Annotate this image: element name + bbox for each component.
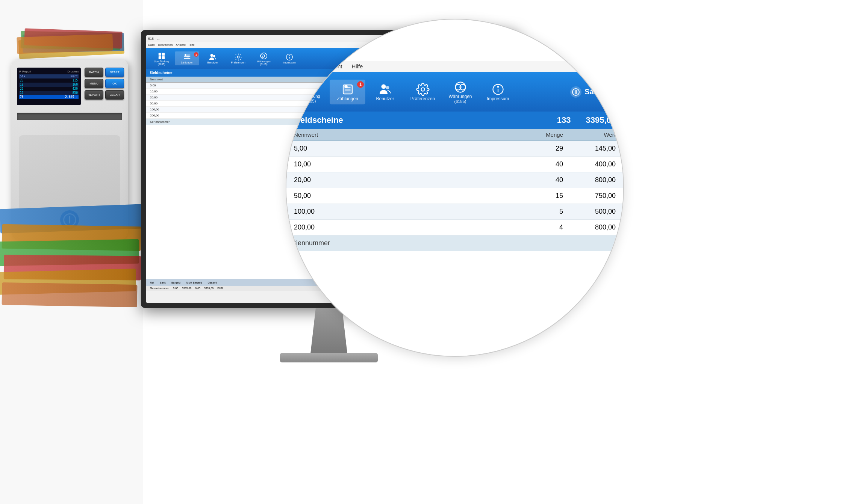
sum-nicht-val: 0,00 xyxy=(195,287,200,290)
menu-button[interactable]: MENU xyxy=(85,79,103,88)
mag-list-icon xyxy=(341,83,354,96)
mag-row1-nennwert: 5,00 xyxy=(294,145,518,152)
svg-point-42 xyxy=(455,82,465,92)
mag-brand: Safescan xyxy=(570,86,618,98)
mag-row6-wert: 800,00 xyxy=(563,223,616,231)
mag-col-wert: Wert xyxy=(563,131,616,138)
mag-serial-section: riennummer xyxy=(286,235,623,251)
batch-button[interactable]: BATCH xyxy=(85,68,103,77)
mag-rows: 5,00 29 145,00 10,00 40 400,00 20,00 40 … xyxy=(286,141,623,235)
mag-btn-praferenzen[interactable]: Präferenzen xyxy=(405,80,441,104)
mag-btn-zahlungen[interactable]: 1 Zählungen xyxy=(330,80,365,104)
mag-btn-wahrungen[interactable]: Währungen (6185) xyxy=(442,77,478,107)
svg-point-39 xyxy=(381,84,386,89)
mag-label-benutzer: Benutzer xyxy=(376,96,394,101)
toolbar-label-benutzer: Benutzer xyxy=(207,61,218,64)
toolbar-btn-praferenzen[interactable]: Präferenzen xyxy=(226,51,250,65)
banknotes-top xyxy=(19,30,135,64)
mag-row2-nennwert: 10,00 xyxy=(294,160,518,168)
mag-btn-live[interactable]: ve Zählung (6185) xyxy=(292,77,328,106)
svg-rect-38 xyxy=(345,85,347,88)
mag-counter-icon xyxy=(303,80,317,94)
menu-hilfe[interactable]: Hilfe xyxy=(189,43,195,47)
sum-gesamt: Gesamt xyxy=(207,281,217,284)
sum-nicht-bargeld: Nicht-Bargeld xyxy=(186,281,202,284)
mag-menu-ansicht: Ansicht xyxy=(324,63,342,69)
svg-point-10 xyxy=(213,55,215,57)
menu-bearbeiten[interactable]: Bearbeiten xyxy=(158,43,173,47)
sum-bank: Bank xyxy=(160,281,166,284)
mag-label-live2: (6185) xyxy=(304,99,316,103)
mag-table-header: Geldscheine 133 3395,00 xyxy=(286,112,623,129)
menu-ansicht[interactable]: Ansicht xyxy=(176,43,185,47)
toolbar-label-live: Live-Zählung xyxy=(154,60,169,63)
toolbar-label-zahlungen: Zählungen xyxy=(181,61,193,64)
display-total-wert: 2.645 › xyxy=(65,95,78,99)
mag-menu-arbelten: arbelten xyxy=(294,63,314,69)
mag-row: 100,00 5 500,00 xyxy=(286,204,623,220)
mag-btn-impressum[interactable]: Impressum xyxy=(480,80,516,104)
sum-bank-val: 3395,00 xyxy=(182,287,191,290)
display-row1-stk: 23 xyxy=(20,79,24,82)
mag-col-headers: Nennwert Menge Wert xyxy=(286,129,623,141)
mag-content: arbelten Ansicht Hilfe ve Zählung (6185)… xyxy=(286,61,623,356)
toolbar-btn-zahlungen[interactable]: 1 Zählungen xyxy=(175,51,199,65)
sum-bargeld: Bargeld xyxy=(171,281,180,284)
mag-currency-icon xyxy=(454,80,467,94)
mag-row: 10,00 40 400,00 xyxy=(286,157,623,172)
currency-icon: $ xyxy=(260,52,268,60)
mag-row2-menge: 40 xyxy=(518,160,563,168)
ok-button[interactable]: OK xyxy=(105,79,124,88)
badge-zahlungen: 1 xyxy=(194,52,198,57)
mag-row6-nennwert: 200,00 xyxy=(294,223,518,231)
list-icon xyxy=(183,53,191,61)
toolbar-btn-wahrungen[interactable]: $ Währungen (6185) xyxy=(251,50,276,67)
mag-row2-wert: 400,00 xyxy=(563,160,616,168)
svg-rect-34 xyxy=(310,88,315,92)
machine-section: R Report Drucken Stk Wert 23 115 18 160 … xyxy=(0,0,143,504)
mag-col-menge: Menge xyxy=(518,131,563,138)
mag-label-live: ve Zählung xyxy=(300,94,320,99)
mag-row4-menge: 15 xyxy=(518,192,563,200)
mag-row: 200,00 4 800,00 xyxy=(286,220,623,235)
sum-currency: EUR xyxy=(217,287,223,290)
svg-rect-4 xyxy=(184,55,190,56)
start-button[interactable]: START xyxy=(105,68,124,77)
svg-text:$: $ xyxy=(262,54,263,58)
svg-rect-0 xyxy=(158,53,161,55)
mag-label-praf: Präferenzen xyxy=(410,96,435,101)
toolbar-label-praf: Präferenzen xyxy=(231,61,245,64)
mag-gear-icon xyxy=(416,83,430,96)
svg-point-11 xyxy=(237,56,239,58)
mag-table-total: 3395,00 xyxy=(586,115,616,125)
mag-menubar: arbelten Ansicht Hilfe xyxy=(286,61,623,72)
mag-row3-nennwert: 20,00 xyxy=(294,176,518,184)
sum-ref-val: 0,00 xyxy=(173,287,178,290)
mag-badge: 1 xyxy=(357,81,364,88)
svg-point-9 xyxy=(210,54,213,57)
mag-row6-menge: 4 xyxy=(518,223,563,231)
mag-info-icon xyxy=(491,83,505,96)
mag-row: 20,00 40 800,00 xyxy=(286,172,623,188)
display-label-report: R Report xyxy=(19,70,31,73)
clear-button[interactable]: CLEAR xyxy=(105,90,124,100)
report-button[interactable]: REPORT xyxy=(85,90,103,100)
svg-rect-8 xyxy=(186,56,189,57)
mag-row5-nennwert: 100,00 xyxy=(294,208,518,216)
svg-point-47 xyxy=(497,86,498,87)
machine-display: R Report Drucken Stk Wert 23 115 18 160 … xyxy=(17,68,81,105)
toolbar-label-wahr: Währungen xyxy=(257,60,270,63)
menu-datei[interactable]: Datei xyxy=(148,43,155,47)
users-icon xyxy=(209,53,217,61)
mag-btn-benutzer[interactable]: Benutzer xyxy=(367,80,403,104)
output-tray-notes xyxy=(0,192,150,312)
toolbar-btn-live-zahlung[interactable]: Live-Zählung (6185) xyxy=(149,50,174,67)
mag-row5-wert: 500,00 xyxy=(563,208,616,216)
mag-row5-menge: 5 xyxy=(518,208,563,216)
display-row3-stk: 21 xyxy=(20,87,24,91)
titlebar-text: 515 - ... xyxy=(148,37,160,41)
counter-icon xyxy=(157,52,166,60)
safescan-brand-icon xyxy=(570,86,581,98)
toolbar-btn-benutzer[interactable]: Benutzer xyxy=(200,51,225,65)
toolbar-label-live2: (6185) xyxy=(157,63,165,65)
